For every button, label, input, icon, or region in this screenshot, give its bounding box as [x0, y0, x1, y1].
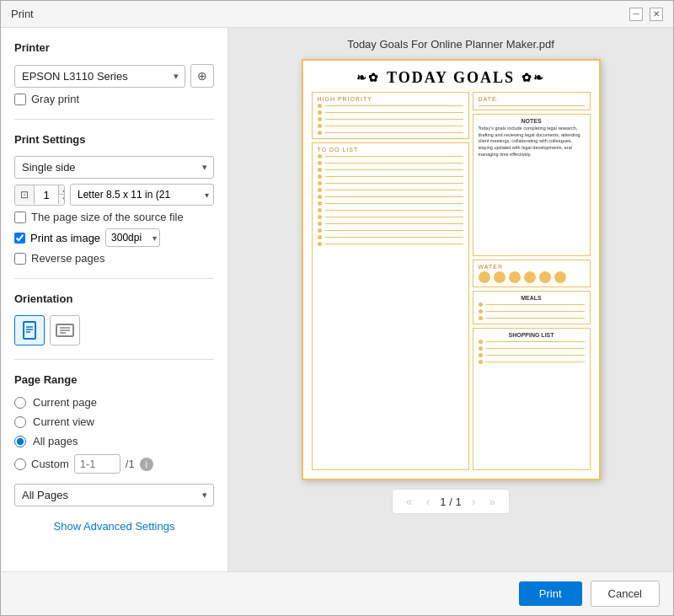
show-advanced-link[interactable]: Show Advanced Settings: [14, 520, 214, 533]
prev-page-button[interactable]: ‹: [423, 493, 434, 510]
water-circle-2: [494, 271, 506, 283]
shop-line-2: [479, 346, 585, 351]
printer-select[interactable]: EPSON L3110 Series: [14, 65, 185, 88]
pdf-inner: ❧✿ TODAY GOALS ✿❧ HIGH PRIORITY: [303, 61, 599, 479]
page-size-select[interactable]: Letter 8.5 x 11 in (21: [70, 184, 214, 206]
meal-rule-3: [486, 318, 585, 319]
cancel-button[interactable]: Cancel: [591, 581, 660, 607]
custom-row: Custom /1 i: [14, 454, 214, 474]
todo-rule-3: [325, 169, 463, 170]
source-file-label: The page size of the source file: [31, 211, 184, 223]
todo-dot-8: [318, 201, 322, 206]
first-page-button[interactable]: «: [403, 493, 416, 510]
todo-line-2: [318, 161, 463, 165]
pdf-preview: ❧✿ TODAY GOALS ✿❧ HIGH PRIORITY: [302, 59, 601, 480]
meals-section: MEALS: [473, 291, 591, 324]
custom-label: Custom: [31, 458, 69, 470]
orientation-buttons: [14, 315, 214, 345]
todo-line-14: [318, 242, 463, 246]
side-select[interactable]: Single side: [14, 156, 214, 179]
todo-dot-10: [318, 215, 322, 219]
shop-line-1: [479, 340, 585, 344]
custom-pages-input[interactable]: [74, 454, 120, 474]
todo-line-9: [318, 208, 463, 212]
copies-input[interactable]: [35, 185, 58, 205]
source-file-checkbox[interactable]: [14, 212, 26, 223]
print-button[interactable]: Print: [519, 581, 582, 606]
meal-line-3: [479, 316, 585, 320]
hp-dot-4: [318, 124, 322, 128]
gray-print-checkbox[interactable]: [14, 94, 26, 105]
todo-dot-5: [318, 181, 322, 185]
page-range-radio-group: Current page Current view All pages Cust…: [14, 396, 214, 474]
landscape-button[interactable]: [50, 315, 80, 345]
copy-spinners: ▲ ▼: [58, 185, 65, 204]
hp-line-3: [318, 117, 463, 121]
page-indicator: 1 / 1: [440, 495, 461, 508]
todo-rule-9: [325, 210, 463, 211]
todo-lines: [318, 154, 463, 246]
shop-dot-4: [479, 360, 483, 364]
meals-title: MEALS: [479, 295, 585, 301]
shop-dot-2: [479, 346, 483, 351]
meal-line-2: [479, 309, 585, 313]
notes-title: NOTES: [479, 118, 585, 124]
page-size-select-wrapper: Letter 8.5 x 11 in (21 ▾: [70, 184, 214, 206]
print-settings-title: Print Settings: [14, 133, 214, 146]
print-as-image-checkbox[interactable]: [14, 233, 25, 244]
info-icon[interactable]: i: [140, 458, 153, 471]
current-view-radio[interactable]: [14, 416, 26, 428]
water-circle-3: [509, 271, 521, 283]
print-dialog: Print ─ ✕ Printer EPSON L3110 Series ▾ ⊕: [0, 0, 674, 616]
todo-rule-8: [325, 203, 463, 204]
todo-dot-7: [318, 195, 322, 199]
todo-rule-1: [325, 156, 463, 157]
todo-rule-5: [325, 183, 463, 184]
shop-line-4: [479, 360, 585, 364]
left-panel: Printer EPSON L3110 Series ▾ ⊕ Gray prin…: [1, 28, 228, 571]
pdf-col-right: DATE: NOTES Today's goals include comple…: [473, 92, 591, 470]
meal-dot-1: [479, 303, 483, 307]
hp-line-5: [318, 131, 463, 135]
current-view-label: Current view: [33, 415, 94, 428]
portrait-button[interactable]: [14, 315, 45, 345]
minimize-button[interactable]: ─: [629, 8, 643, 21]
last-page-button[interactable]: »: [485, 493, 499, 510]
custom-radio[interactable]: [14, 458, 26, 470]
dpi-select[interactable]: 300dpi 150dpi 72dpi: [105, 228, 160, 247]
water-circles: [479, 271, 585, 283]
printer-settings-button[interactable]: ⊕: [190, 64, 214, 88]
copies-down-button[interactable]: ▼: [59, 195, 65, 204]
all-pages-filter-select[interactable]: All Pages Odd Pages Even Pages: [14, 484, 214, 506]
todo-rule-13: [325, 237, 463, 238]
page-navigation: « ‹ 1 / 1 › »: [392, 489, 510, 514]
all-pages-radio[interactable]: [14, 436, 26, 447]
todo-line-11: [318, 222, 463, 226]
meal-line-1: [479, 303, 585, 307]
printer-row: EPSON L3110 Series ▾ ⊕: [14, 64, 214, 88]
meal-dot-2: [479, 309, 483, 313]
shop-rule-1: [486, 341, 585, 342]
pdf-header: ❧✿ TODAY GOALS ✿❧: [312, 69, 591, 87]
main-content: Printer EPSON L3110 Series ▾ ⊕ Gray prin…: [1, 28, 673, 571]
todo-rule-6: [325, 190, 463, 190]
copies-up-button[interactable]: ▲: [59, 185, 65, 195]
current-page: 1: [440, 495, 446, 508]
next-page-button[interactable]: ›: [468, 493, 479, 510]
hp-rule-1: [325, 105, 463, 106]
close-button[interactable]: ✕: [650, 8, 663, 21]
reverse-pages-checkbox[interactable]: [14, 253, 26, 265]
pages-total: /1: [126, 458, 135, 470]
hp-dot-3: [318, 117, 322, 121]
source-file-row: The page size of the source file: [14, 211, 214, 223]
todo-dot-14: [318, 242, 322, 246]
current-page-radio[interactable]: [14, 397, 26, 409]
water-title: WATER: [479, 264, 585, 270]
date-section: DATE:: [473, 92, 591, 110]
print-as-image-label: Print as image: [30, 232, 100, 244]
shopping-lines: [479, 340, 585, 364]
todo-rule-4: [325, 176, 463, 177]
todo-line-7: [318, 195, 463, 199]
water-circle-4: [524, 271, 536, 283]
meal-dot-3: [479, 316, 483, 320]
